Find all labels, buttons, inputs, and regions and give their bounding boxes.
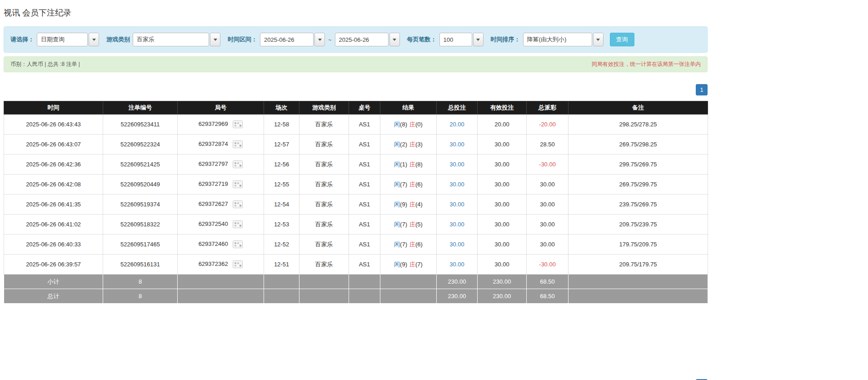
page-title: 视讯 会员下注纪录: [4, 7, 708, 18]
total-row: 总计 8 230.00 230.00 68.50: [4, 289, 708, 304]
roadmap-icon[interactable]: [233, 200, 243, 208]
empty-cell: [264, 289, 299, 304]
date-from-input[interactable]: [260, 33, 314, 46]
caret-down-icon: [318, 39, 322, 41]
total-bet-link[interactable]: 30.00: [437, 215, 478, 235]
empty-cell: [299, 275, 349, 289]
total-bet-link[interactable]: 30.00: [437, 135, 478, 155]
search-button[interactable]: 查询: [610, 33, 634, 46]
empty-cell: [178, 275, 264, 289]
roadmap-icon[interactable]: [233, 160, 243, 168]
cell-remark: 299.75/269.75: [569, 155, 708, 175]
banker-result-label: 庄: [409, 161, 415, 168]
banker-result-label: 庄: [409, 141, 415, 148]
cell-bet-id: 522609521425: [103, 155, 178, 175]
currency-total-text: 币别：人民币 | 总共 :8 注单 |: [10, 60, 80, 68]
cell-bet-id: 522609523411: [103, 115, 178, 135]
cell-remark: 269.75/299.75: [569, 175, 708, 195]
player-result-score: (8): [400, 121, 407, 128]
player-result-score: (9): [400, 201, 407, 208]
cell-remark: 239.75/269.75: [569, 195, 708, 215]
total-bet-link[interactable]: 30.00: [437, 175, 478, 195]
cell-session: 12-58: [264, 115, 299, 135]
player-result-label: 闲: [394, 141, 400, 148]
roadmap-icon[interactable]: [233, 180, 243, 188]
header-time: 时间: [4, 101, 103, 115]
range-separator: ~: [328, 36, 332, 43]
cell-round: 629372874: [178, 135, 264, 155]
roadmap-icon[interactable]: [233, 260, 243, 268]
player-result-label: 闲: [394, 261, 400, 268]
player-result-score: (7): [400, 221, 407, 228]
total-bet-link[interactable]: 30.00: [437, 235, 478, 255]
cell-result: 闲(9)庄(4): [380, 195, 437, 215]
cell-remark: 179.75/209.75: [569, 235, 708, 255]
cell-game-type: 百家乐: [299, 115, 349, 135]
roadmap-icon[interactable]: [233, 220, 243, 228]
cell-session: 12-57: [264, 135, 299, 155]
total-bet-link[interactable]: 30.00: [437, 255, 478, 275]
round-number: 629372719: [199, 180, 228, 187]
time-sort-input[interactable]: [523, 33, 592, 46]
roadmap-icon[interactable]: [233, 240, 243, 248]
total-total-bet: 230.00: [437, 289, 478, 304]
cell-valid-bet: 30.00: [478, 175, 527, 195]
per-page-input[interactable]: [439, 33, 472, 46]
page-button-1[interactable]: 1: [696, 84, 708, 95]
date-query-dropdown-button[interactable]: [89, 33, 99, 46]
cell-result: 闲(7)庄(5): [380, 215, 437, 235]
total-bet-link[interactable]: 30.00: [437, 195, 478, 215]
cell-session: 12-54: [264, 195, 299, 215]
notice-text: 同局有效投注，统一计算在该局第一张注单内: [592, 60, 701, 68]
header-total-bet: 总投注: [437, 101, 478, 115]
cell-result: 闲(8)庄(0): [380, 115, 437, 135]
table-row: 2025-06-26 06:41:02 522609518322 6293725…: [4, 215, 708, 235]
game-type-input[interactable]: [133, 33, 209, 46]
roadmap-icon[interactable]: [233, 140, 243, 148]
banker-result-score: (6): [415, 181, 423, 188]
banker-result-score: (4): [415, 201, 423, 208]
table-row: 2025-06-26 06:40:33 522609517465 6293724…: [4, 235, 708, 255]
cell-time: 2025-06-26 06:39:57: [4, 255, 103, 275]
roadmap-icon[interactable]: [233, 120, 243, 128]
banker-result-label: 庄: [409, 201, 415, 208]
game-type-select: [133, 33, 220, 46]
cell-valid-bet: 30.00: [478, 155, 527, 175]
cell-remark: 209.75/239.75: [569, 215, 708, 235]
cell-game-type: 百家乐: [299, 135, 349, 155]
date-query-input[interactable]: [37, 33, 88, 46]
subtotal-valid-bet: 230.00: [478, 275, 527, 289]
cell-time: 2025-06-26 06:43:07: [4, 135, 103, 155]
date-from-dropdown-button[interactable]: [314, 33, 325, 46]
time-sort-dropdown-button[interactable]: [593, 33, 604, 46]
cell-game-type: 百家乐: [299, 195, 349, 215]
cell-time: 2025-06-26 06:40:33: [4, 235, 103, 255]
table-row: 2025-06-26 06:43:07 522609522324 6293728…: [4, 135, 708, 155]
total-bet-link[interactable]: 30.00: [437, 155, 478, 175]
select-label: 请选择：: [10, 35, 34, 44]
cell-table-no: AS1: [349, 235, 380, 255]
cell-table-no: AS1: [349, 115, 380, 135]
cell-round: 629372627: [178, 195, 264, 215]
date-to-dropdown-button[interactable]: [389, 33, 400, 46]
cell-session: 12-52: [264, 235, 299, 255]
empty-cell: [349, 289, 380, 304]
game-type-dropdown-button[interactable]: [210, 33, 220, 46]
caret-down-icon: [476, 39, 480, 41]
round-number: 629372540: [199, 220, 228, 227]
summary-info-bar: 币别：人民币 | 总共 :8 注单 | 同局有效投注，统一计算在该局第一张注单内: [4, 56, 708, 72]
payout-cell: 28.50: [527, 135, 569, 155]
banker-result-score: (3): [415, 141, 423, 148]
header-result: 结果: [380, 101, 437, 115]
cell-table-no: AS1: [349, 195, 380, 215]
empty-cell: [178, 289, 264, 304]
date-to-input[interactable]: [335, 33, 389, 46]
table-row: 2025-06-26 06:43:43 522609523411 6293729…: [4, 115, 708, 135]
banker-result-score: (7): [415, 261, 423, 268]
total-bet-link[interactable]: 20.00: [437, 115, 478, 135]
table-header-row: 时间 注单编号 局号 场次 游戏类别 桌号 结果 总投注 有效投注 总派彩 备注: [4, 101, 708, 115]
time-sort-label: 时间排序：: [491, 35, 520, 44]
cell-game-type: 百家乐: [299, 215, 349, 235]
subtotal-row: 小计 8 230.00 230.00 68.50: [4, 275, 708, 289]
per-page-dropdown-button[interactable]: [473, 33, 484, 46]
